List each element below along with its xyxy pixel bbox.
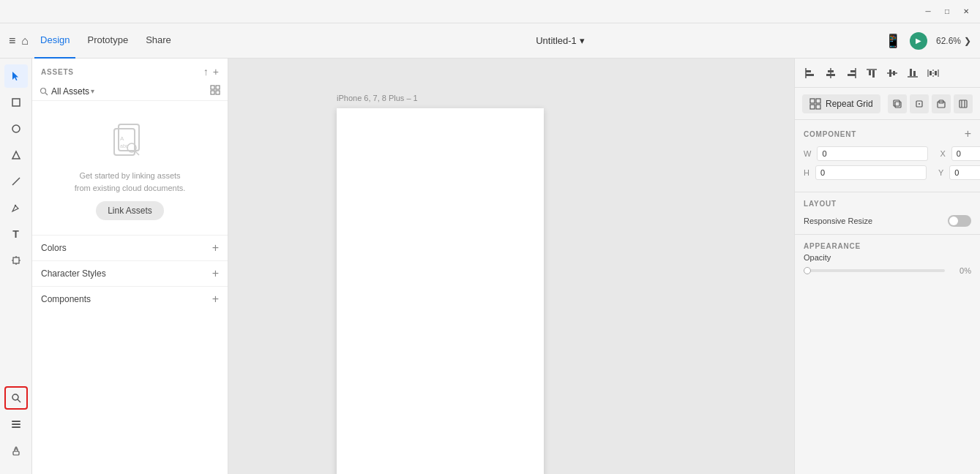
layout-section-title: LAYOUT [804,200,837,208]
zoom-control[interactable]: 62.6% ❯ [936,36,971,46]
svg-rect-55 [816,105,820,109]
triangle-tool[interactable] [4,143,28,167]
align-bottom-button[interactable] [903,64,922,83]
assets-add-icon[interactable]: + [213,66,219,78]
assets-placeholder-icon: A abc [107,116,154,162]
svg-rect-39 [872,70,875,78]
ellipse-tool[interactable] [4,117,28,140]
artboard-label: iPhone 6, 7, 8 Plus – 1 [337,94,418,102]
maximize-button[interactable]: □ [939,4,955,20]
y-input[interactable] [949,165,980,180]
components-section[interactable]: Components + [32,286,228,312]
rectangle-tool[interactable] [4,91,28,114]
artboard[interactable] [337,108,544,474]
toolbox: T [0,59,32,474]
artboard-tool[interactable] [4,249,28,272]
colors-section[interactable]: Colors + [32,235,228,260]
play-button[interactable]: ▶ [910,32,927,50]
repeat-grid-button[interactable]: Repeat Grid [802,94,880,113]
svg-rect-14 [12,424,20,425]
svg-rect-35 [850,70,856,72]
search-icon [40,87,48,96]
search-tool[interactable] [4,386,28,410]
y-label: Y [938,168,943,177]
close-button[interactable]: ✕ [958,4,974,20]
device-preview-icon[interactable]: 📱 [885,33,901,49]
text-tool[interactable]: T [4,222,28,246]
copy-button-4[interactable] [954,94,973,113]
minimize-button[interactable]: ─ [920,4,936,20]
responsive-resize-toggle[interactable] [948,215,971,227]
component-section: COMPONENT + W X H Y [795,120,980,192]
all-assets-dropdown[interactable]: All Assets ▾ [51,86,94,97]
character-styles-add-icon[interactable]: + [212,267,219,280]
svg-rect-44 [910,69,912,76]
opacity-label: Opacity [804,253,831,262]
svg-rect-22 [216,91,220,94]
distribute-h-button[interactable] [924,64,943,83]
component-add-icon[interactable]: + [965,127,971,140]
menu-icon[interactable]: ≡ [9,34,15,48]
line-tool[interactable] [4,170,28,193]
align-left-button[interactable] [801,64,820,83]
copy-button-1[interactable] [888,94,907,113]
colors-add-icon[interactable]: + [212,241,219,255]
w-input[interactable] [817,146,928,161]
align-toolbar [795,59,980,88]
select-tool[interactable] [4,64,28,88]
link-assets-button[interactable]: Link Assets [96,201,164,220]
assets-header: ASSETS ↑ + [32,59,228,82]
svg-rect-36 [848,74,856,76]
repeat-grid-label: Repeat Grid [826,99,873,109]
svg-marker-3 [12,151,20,159]
appearance-section: APPEARANCE Opacity 0% [795,235,980,282]
assets-empty-state: A abc Get started by linking assets from… [32,101,228,235]
repeat-grid-bar: Repeat Grid [795,88,980,120]
zoom-chevron-icon: ❯ [964,36,971,46]
appearance-section-title: APPEARANCE [804,242,861,250]
opacity-slider[interactable] [804,269,945,272]
layout-section: LAYOUT Responsive Resize [795,192,980,235]
pen-tool[interactable] [4,196,28,219]
layers-tool[interactable] [4,413,28,436]
copy-button-3[interactable] [932,94,951,113]
svg-rect-56 [895,102,901,108]
copy-button-2[interactable] [910,94,929,113]
plugins-tool[interactable] [4,439,28,462]
h-input[interactable] [815,165,927,180]
responsive-resize-label: Responsive Resize [804,217,872,225]
svg-rect-6 [13,257,19,263]
svg-rect-47 [929,71,932,75]
align-middle-v-button[interactable] [883,64,902,83]
tab-prototype[interactable]: Prototype [81,23,134,59]
assets-title: ASSETS [41,68,74,76]
svg-line-12 [18,399,20,402]
components-add-icon[interactable]: + [212,293,219,306]
document-title[interactable]: Untitled-1 ▾ [536,35,585,46]
align-center-h-button[interactable] [821,64,840,83]
svg-rect-20 [216,86,220,89]
svg-rect-13 [12,426,20,428]
assets-export-icon[interactable]: ↑ [203,66,209,78]
tab-share[interactable]: Share [140,23,177,59]
svg-rect-21 [211,91,214,94]
canvas[interactable]: iPhone 6, 7, 8 Plus – 1 [228,59,794,474]
svg-rect-52 [810,99,815,103]
x-input[interactable] [951,146,980,161]
opacity-value: 0% [951,266,971,275]
colors-label: Colors [41,243,67,253]
svg-rect-38 [869,70,871,75]
assets-panel: ASSETS ↑ + All Assets ▾ [32,59,228,474]
character-styles-section[interactable]: Character Styles + [32,260,228,286]
titlebar: ─ □ ✕ [0,0,980,23]
w-label: W [804,149,811,158]
align-top-button[interactable] [862,64,881,83]
copy-buttons [888,94,973,113]
assets-empty-text: Get started by linking assets from exist… [75,170,186,194]
x-label: X [940,149,945,158]
align-right-button[interactable] [842,64,861,83]
top-navigation: ≡ ⌂ Design Prototype Share Untitled-1 ▾ … [0,23,980,59]
tab-design[interactable]: Design [34,23,75,59]
grid-view-button[interactable] [210,85,220,97]
home-icon[interactable]: ⌂ [21,34,29,48]
